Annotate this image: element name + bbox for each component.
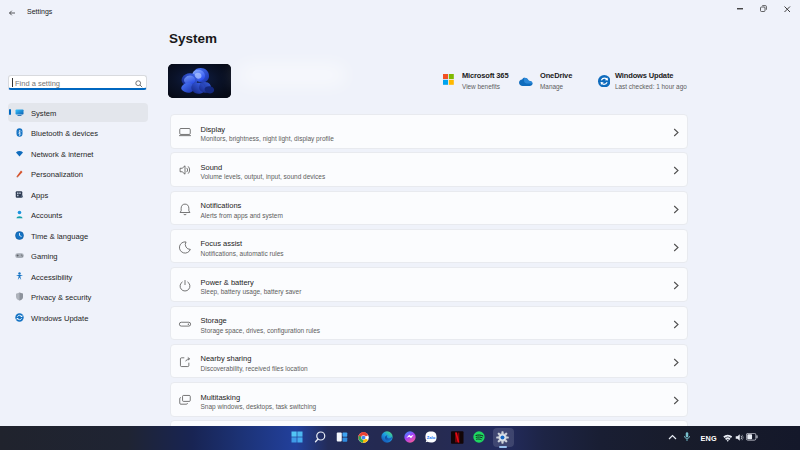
svg-text:Zalo: Zalo xyxy=(427,435,436,440)
